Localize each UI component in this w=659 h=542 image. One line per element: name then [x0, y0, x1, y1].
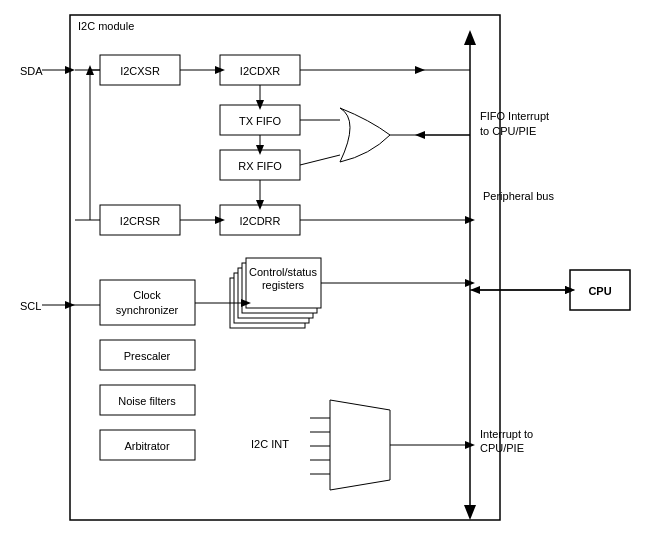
noise-filters-label: Noise filters — [118, 395, 176, 407]
i2c-int-label: I2C INT — [251, 438, 289, 450]
i2cdxr-label: I2CDXR — [240, 65, 280, 77]
interrupt-label2: CPU/PIE — [480, 442, 524, 454]
arbitrator-label: Arbitrator — [124, 440, 170, 452]
diagram-container: I2C module I2CXSR I2CDXR TX FIFO RX FIFO… — [0, 0, 659, 542]
svg-line-13 — [300, 155, 340, 165]
svg-marker-65 — [470, 286, 480, 294]
i2c-module-label: I2C module — [78, 20, 134, 32]
svg-marker-29 — [464, 505, 476, 520]
svg-marker-28 — [464, 30, 476, 45]
control-status-label1: Control/status — [249, 266, 317, 278]
svg-marker-63 — [415, 131, 425, 139]
clock-sync-label2: synchronizer — [116, 304, 179, 316]
fifo-interrupt-label1: FIFO Interrupt — [480, 110, 549, 122]
prescaler-label: Prescaler — [124, 350, 171, 362]
tx-fifo-label: TX FIFO — [239, 115, 282, 127]
sda-label: SDA — [20, 65, 43, 77]
interrupt-label1: Interrupt to — [480, 428, 533, 440]
peripheral-bus-label: Peripheral bus — [483, 190, 554, 202]
fifo-interrupt-label2: to CPU/PIE — [480, 125, 536, 137]
rx-fifo-label: RX FIFO — [238, 160, 282, 172]
control-status-label2: registers — [262, 279, 305, 291]
scl-label: SCL — [20, 300, 41, 312]
cpu-label: CPU — [588, 285, 611, 297]
svg-rect-7 — [100, 280, 195, 325]
clock-sync-label: Clock — [133, 289, 161, 301]
i2cdrr-label: I2CDRR — [240, 215, 281, 227]
i2crsr-label: I2CRSR — [120, 215, 160, 227]
i2cxsr-label: I2CXSR — [120, 65, 160, 77]
